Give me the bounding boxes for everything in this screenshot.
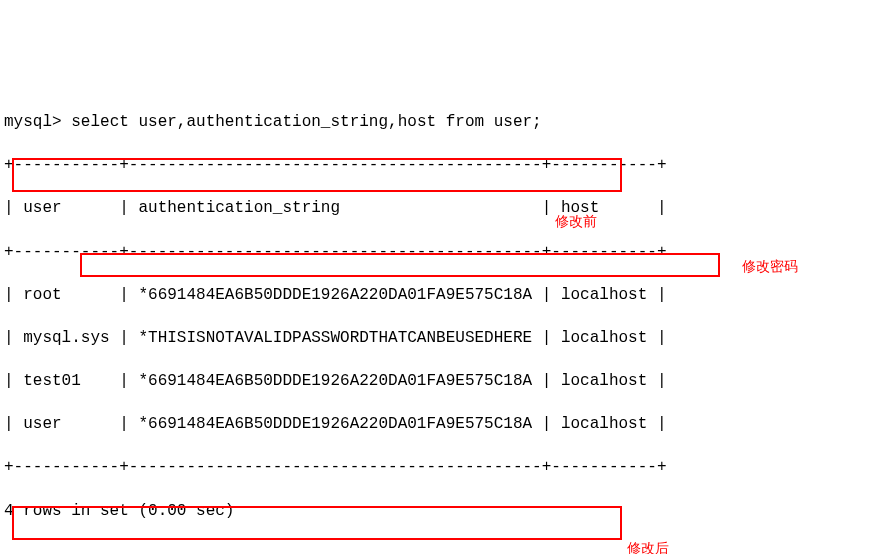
table-row: | user | *6691484EA6B50DDDE1926A220DA01F… <box>4 414 867 436</box>
annotation-after: 修改后 <box>627 539 669 554</box>
query-line-1: mysql> select user,authentication_string… <box>4 112 867 134</box>
table-row: | mysql.sys | *THISISNOTAVALIDPASSWORDTH… <box>4 328 867 350</box>
table-row: | test01 | *6691484EA6B50DDDE1926A220DA0… <box>4 371 867 393</box>
annotation-before: 修改前 <box>555 212 597 231</box>
annotation-change-password: 修改密码 <box>742 257 798 276</box>
table-header-row: | user | authentication_string | host | <box>4 198 867 220</box>
table-separator: +-----------+---------------------------… <box>4 457 867 479</box>
mysql-prompt: mysql> <box>4 113 62 131</box>
sql-query-1: select user,authentication_string,host f… <box>71 113 541 131</box>
table-row: | root | *6691484EA6B50DDDE1926A220DA01F… <box>4 285 867 307</box>
query-result-1: 4 rows in set (0.00 sec) <box>4 501 867 523</box>
table-separator: +-----------+---------------------------… <box>4 242 867 264</box>
blank-line <box>4 544 867 554</box>
terminal-output: mysql> select user,authentication_string… <box>4 90 867 554</box>
table-separator: +-----------+---------------------------… <box>4 155 867 177</box>
